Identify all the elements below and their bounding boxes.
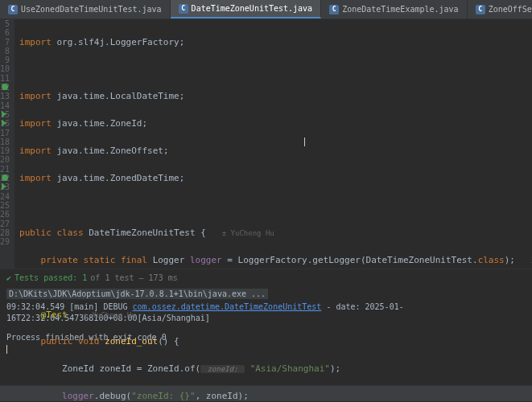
- tab-label: ZoneDateTimeExample.java: [342, 5, 459, 14]
- run-gutter-icon[interactable]: [2, 120, 6, 126]
- line-gutter[interactable]: 5678910111213141516171819202122232425262…: [0, 19, 14, 269]
- gutter-line[interactable]: 14: [0, 101, 10, 110]
- tab-label: ZoneOffSetAndZoneIdOfUnitTest.java: [489, 5, 532, 14]
- gutter-line[interactable]: 9: [0, 55, 10, 64]
- gutter-line[interactable]: 28: [0, 228, 10, 237]
- check-icon: ✔: [6, 273, 11, 284]
- java-icon: C: [329, 5, 339, 14]
- console-caret: [6, 345, 7, 354]
- tab-label: UseZonedDateTimeUnitTest.java: [21, 5, 162, 14]
- gutter-line[interactable]: 29: [0, 237, 10, 246]
- change-marker-icon: [2, 174, 8, 181]
- gutter-line[interactable]: 8: [0, 47, 10, 55]
- gutter-line[interactable]: 18: [0, 137, 10, 146]
- gutter-line[interactable]: 23: [0, 183, 10, 191]
- gutter-line[interactable]: 10: [0, 64, 10, 73]
- run-gutter-icon[interactable]: [2, 183, 6, 190]
- java-icon: C: [476, 5, 485, 14]
- gutter-line[interactable]: 20: [0, 155, 10, 164]
- tab-file-2[interactable]: CZoneDateTimeExample.java: [321, 0, 468, 18]
- gutter-line[interactable]: 25: [0, 201, 10, 210]
- gutter-line[interactable]: 16: [0, 119, 10, 128]
- gutter-line[interactable]: 21: [0, 165, 10, 174]
- gutter-line[interactable]: 19: [0, 146, 10, 155]
- gutter-line[interactable]: 12: [0, 83, 10, 92]
- code-area[interactable]: import org.slf4j.LoggerFactory; import j…: [14, 19, 532, 269]
- editor: 5678910111213141516171819202122232425262…: [0, 19, 532, 269]
- gutter-line[interactable]: 24: [0, 192, 10, 201]
- tab-file-1[interactable]: CDateTimeZoneUnitTest.java: [171, 0, 322, 18]
- editor-tabs: CUseZonedDateTimeUnitTest.java CDateTime…: [0, 0, 532, 19]
- gutter-line[interactable]: 26: [0, 210, 10, 219]
- run-gutter-icon[interactable]: [2, 111, 6, 117]
- gutter-line[interactable]: 11: [0, 74, 10, 83]
- tab-file-3[interactable]: CZoneOffSetAndZoneIdOfUnitTest.java: [468, 0, 532, 18]
- tab-file-0[interactable]: CUseZonedDateTimeUnitTest.java: [0, 0, 171, 18]
- gutter-line[interactable]: 7: [0, 38, 10, 47]
- gutter-line[interactable]: 13: [0, 92, 10, 100]
- java-icon: C: [179, 4, 188, 14]
- gutter-line[interactable]: 27: [0, 219, 10, 228]
- gutter-line[interactable]: 15: [0, 110, 10, 119]
- tab-label: DateTimeZoneUnitTest.java: [192, 4, 313, 13]
- java-icon: C: [8, 5, 18, 14]
- gutter-line[interactable]: 17: [0, 129, 10, 137]
- gutter-line[interactable]: 22: [0, 174, 10, 183]
- change-marker-icon: [2, 84, 8, 90]
- author-hint: ± YuCheng Hu: [222, 229, 274, 237]
- text-caret: [304, 137, 305, 146]
- gutter-line[interactable]: 6: [0, 28, 10, 37]
- gutter-line[interactable]: 5: [0, 19, 10, 28]
